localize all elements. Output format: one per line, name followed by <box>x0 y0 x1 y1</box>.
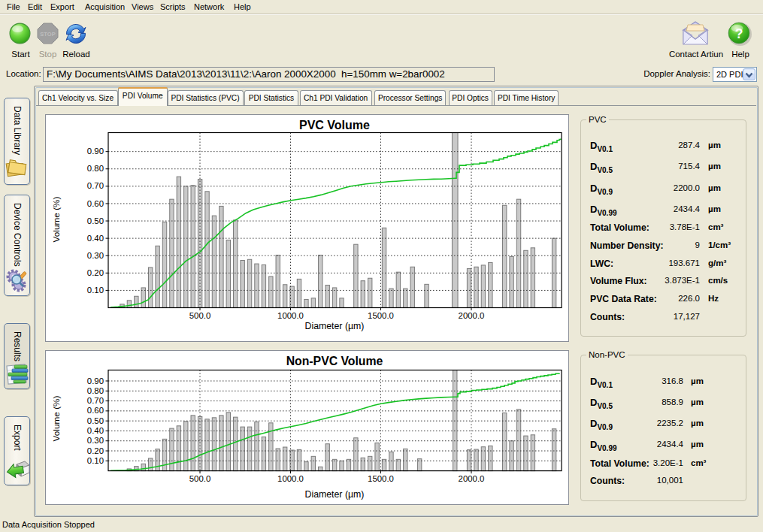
svg-text:0.90: 0.90 <box>87 376 104 385</box>
svg-text:500.0: 500.0 <box>189 311 211 320</box>
svg-text:0.50: 0.50 <box>87 216 104 225</box>
svg-text:0.20: 0.20 <box>87 446 104 455</box>
svg-text:0.30: 0.30 <box>87 436 104 445</box>
svg-text:0.10: 0.10 <box>87 456 104 465</box>
svg-text:0.80: 0.80 <box>87 164 104 173</box>
svg-text:1000.0: 1000.0 <box>277 474 304 483</box>
svg-text:0.20: 0.20 <box>87 268 104 277</box>
svg-text:500.0: 500.0 <box>189 474 211 483</box>
svg-text:0.70: 0.70 <box>87 181 104 190</box>
svg-text:0.30: 0.30 <box>87 251 104 260</box>
svg-text:STOP: STOP <box>40 31 55 38</box>
svg-text:2000.0: 2000.0 <box>459 311 485 320</box>
svg-text:?: ? <box>735 26 743 41</box>
svg-text:0.10: 0.10 <box>87 286 104 295</box>
svg-text:0.90: 0.90 <box>87 147 104 156</box>
svg-text:2000.0: 2000.0 <box>459 474 485 483</box>
svg-text:1000.0: 1000.0 <box>277 311 304 320</box>
svg-text:1500.0: 1500.0 <box>368 474 394 483</box>
svg-text:0.80: 0.80 <box>87 386 104 395</box>
svg-text:0.40: 0.40 <box>87 234 104 243</box>
svg-text:0.40: 0.40 <box>87 426 104 435</box>
svg-text:1500.0: 1500.0 <box>368 311 394 320</box>
svg-text:0.60: 0.60 <box>87 406 104 415</box>
svg-text:0.70: 0.70 <box>87 396 104 405</box>
svg-text:0.50: 0.50 <box>87 416 104 425</box>
svg-text:0.60: 0.60 <box>87 199 104 208</box>
